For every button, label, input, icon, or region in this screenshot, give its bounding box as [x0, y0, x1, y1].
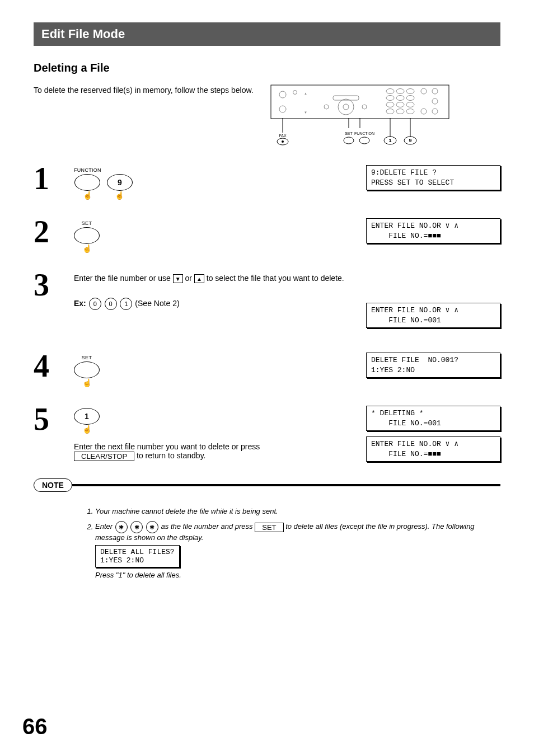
- svg-point-26: [432, 88, 438, 94]
- svg-point-27: [432, 98, 438, 104]
- lcd-display: ENTER FILE NO.OR ∨ ∧ FILE NO.=001: [366, 303, 500, 328]
- note-badge: NOTE: [34, 478, 72, 492]
- callout-fax-label: FAX: [279, 134, 287, 138]
- svg-text:▼: ▼: [304, 111, 307, 114]
- up-arrow-icon: ▲: [194, 274, 204, 283]
- svg-point-8: [343, 104, 349, 110]
- note-item: Your machine cannot delete the file whil…: [95, 507, 500, 515]
- svg-point-10: [324, 105, 329, 109]
- svg-point-25: [421, 88, 427, 94]
- svg-point-35: [344, 137, 354, 144]
- svg-rect-9: [333, 96, 359, 100]
- step-number: 4: [34, 350, 67, 382]
- star-key-icon: ✱: [146, 521, 158, 533]
- lcd-display: * DELETING * FILE NO.=001: [366, 406, 500, 431]
- svg-rect-4: [299, 89, 318, 115]
- intro-text: To delete the reserved file(s) in memory…: [34, 86, 254, 95]
- callout-function-label: FUNCTION: [354, 132, 374, 135]
- function-button[interactable]: FUNCTION ☝: [74, 167, 101, 199]
- svg-point-21: [406, 102, 414, 107]
- key-9-button[interactable]: 9 ☝: [107, 174, 133, 199]
- svg-point-19: [386, 102, 394, 107]
- clear-stop-key: CLEAR/STOP: [74, 452, 134, 461]
- note-item: Enter ✱ ✱ ✱ as the file number and press…: [95, 521, 500, 579]
- button-label: FUNCTION: [74, 167, 101, 173]
- press-icon: ☝: [82, 379, 92, 387]
- page-number: 66: [22, 714, 48, 739]
- svg-point-16: [386, 96, 394, 101]
- lcd-display: ENTER FILE NO.OR ∨ ∧ FILE NO.=■■■: [366, 436, 500, 462]
- step-number: 1: [34, 163, 67, 194]
- star-key-icon: ✱: [115, 521, 128, 533]
- svg-point-32: [282, 140, 284, 143]
- step-instruction: Enter the file number or use ▼ or ▲ to s…: [74, 274, 359, 283]
- section-title: Edit File Mode: [34, 22, 500, 46]
- set-key: SET: [255, 523, 283, 532]
- key-1-icon: 1: [120, 298, 132, 310]
- button-label: SET: [82, 220, 92, 226]
- note-list: Your machine cannot delete the file whil…: [73, 507, 500, 579]
- svg-point-28: [421, 109, 427, 114]
- svg-point-23: [396, 109, 404, 114]
- press-icon: ☝: [115, 191, 124, 199]
- svg-text:▲: ▲: [304, 92, 307, 95]
- star-key-icon: ✱: [130, 521, 143, 533]
- button-label: SET: [82, 355, 92, 360]
- press-icon: ☝: [82, 245, 92, 252]
- svg-point-36: [359, 137, 369, 144]
- callout-key-9: 9: [409, 138, 411, 143]
- example-line: Ex: 0 0 1 (See Note 2): [74, 298, 359, 310]
- lcd-display: ENTER FILE NO.OR ∨ ∧ FILE NO.=■■■: [366, 218, 500, 243]
- svg-point-17: [396, 96, 404, 101]
- lcd-display: 9:DELETE FILE ? PRESS SET TO SELECT: [366, 165, 500, 190]
- press-icon: ☝: [83, 191, 92, 199]
- key-0-icon: 0: [89, 298, 101, 310]
- svg-point-11: [362, 105, 367, 109]
- svg-point-29: [432, 109, 438, 114]
- svg-point-2: [279, 106, 286, 112]
- press-icon: ☝: [82, 425, 92, 433]
- svg-point-20: [396, 102, 404, 107]
- lcd-display: DELETE FILE NO.001? 1:YES 2:NO: [366, 353, 500, 378]
- svg-rect-12: [385, 88, 432, 116]
- step-number: 3: [34, 269, 67, 300]
- svg-point-7: [338, 99, 354, 115]
- key-label: 9: [118, 178, 122, 187]
- step-number: 5: [34, 403, 67, 435]
- subheading: Deleting a File: [34, 62, 500, 74]
- key-label: 1: [85, 412, 89, 421]
- key-0-icon: 0: [105, 298, 117, 310]
- svg-point-14: [396, 89, 404, 94]
- step-number: 2: [34, 216, 67, 247]
- svg-point-18: [406, 96, 414, 101]
- callout-key-1: 1: [388, 138, 391, 143]
- svg-point-24: [406, 109, 414, 114]
- step-instruction: Enter the next file number you want to d…: [74, 442, 359, 461]
- svg-point-3: [293, 91, 297, 95]
- callout-set-label: SET: [345, 132, 353, 135]
- lcd-display: DELETE ALL FILES? 1:YES 2:NO: [95, 545, 180, 567]
- down-arrow-icon: ▼: [173, 274, 183, 283]
- key-1-button[interactable]: 1 ☝: [74, 408, 100, 433]
- svg-point-13: [386, 89, 394, 94]
- set-button[interactable]: SET ☝: [74, 355, 100, 387]
- svg-point-22: [386, 109, 394, 114]
- svg-point-15: [406, 89, 414, 94]
- svg-point-1: [279, 91, 286, 98]
- control-panel-illustration: ▲ ▼ FAX: [270, 84, 449, 146]
- set-button[interactable]: SET ☝: [74, 220, 100, 252]
